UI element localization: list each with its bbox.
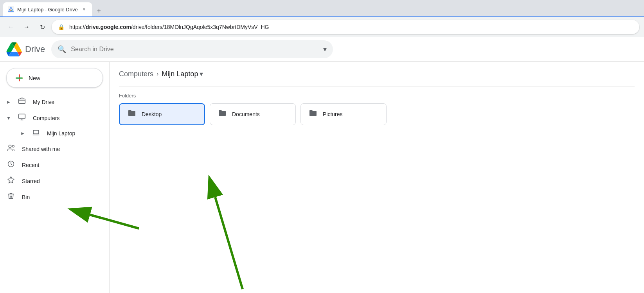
expand-arrow-my-drive[interactable]: ► [6,99,11,105]
folder-card-pictures[interactable]: Pictures [300,103,387,125]
address-bar[interactable]: 🔒 https://drive.google.com/drive/folders… [52,20,639,34]
browser-chrome: Mijn Laptop - Google Drive × + ← → ↻ 🔒 h… [0,0,644,37]
drive-logo: Drive [6,41,45,57]
my-drive-icon [17,97,27,107]
search-bar[interactable]: 🔍 ▾ [51,40,333,58]
new-button-label: New [29,75,40,81]
plus-icon [14,73,24,83]
shared-icon [6,144,16,154]
new-tab-button[interactable]: + [94,5,104,16]
svg-line-18 [110,215,139,228]
computers-icon [17,113,27,123]
app-body: New ► My Drive [0,62,644,293]
sidebar-item-starred[interactable]: Starred [0,173,103,189]
url-prefix: https:// [69,24,86,30]
folder-icon-pictures [309,108,318,120]
starred-icon [6,176,16,186]
reload-button[interactable]: ↻ [36,21,49,33]
sidebar-item-shared[interactable]: Shared with me [0,141,103,157]
section-label: Folders [119,93,635,99]
tab-favicon [8,6,14,13]
sidebar-item-recent[interactable]: Recent [0,157,103,173]
computers-group: ▼ Computers ► [0,110,109,141]
shared-label: Shared with me [22,146,60,152]
tab-title: Mijn Laptop - Google Drive [17,7,78,13]
breadcrumb: Computers › Mijn Laptop ▾ [119,70,635,78]
folder-card-documents[interactable]: Documents [210,103,296,125]
search-icon: 🔍 [58,45,66,54]
sidebar-item-computers[interactable]: ▼ Computers [0,110,103,126]
folder-name-pictures: Pictures [323,111,343,117]
app-container: Drive 🔍 ▾ New ► [0,37,644,293]
folder-card-desktop[interactable]: Desktop [119,103,205,125]
breadcrumb-current: Mijn Laptop ▾ [162,70,203,78]
svg-marker-13 [8,177,14,183]
folder-icon-desktop [128,108,137,120]
url-path: /drive/folders/18MOlnJQgAqole5x3q7NwbrtD… [131,24,269,30]
url-domain: drive.google.com [86,24,131,30]
app-header: Drive 🔍 ▾ [0,37,644,62]
forward-button[interactable]: → [20,21,33,33]
laptop-icon [31,129,41,138]
drive-logo-text: Drive [25,44,45,54]
mijn-laptop-label: Mijn Laptop [47,130,75,137]
folder-icon-documents [218,108,227,120]
sidebar-item-mijn-laptop[interactable]: ► Mijn Laptop [0,126,103,141]
search-input[interactable] [71,46,318,53]
breadcrumb-parent[interactable]: Computers [119,70,153,78]
back-button[interactable]: ← [5,21,17,33]
expand-arrow-mijn-laptop[interactable]: ► [20,131,25,136]
new-button[interactable]: New [6,68,103,88]
main-content: Computers › Mijn Laptop ▾ Folders [110,62,644,293]
svg-point-10 [9,145,11,148]
lock-icon: 🔒 [58,24,65,30]
bin-label: Bin [22,194,30,200]
browser-window: Mijn Laptop - Google Drive × + ← → ↻ 🔒 h… [0,0,644,293]
breadcrumb-separator: › [157,70,158,77]
starred-label: Starred [22,178,40,184]
folder-name-documents: Documents [232,111,260,117]
computers-label: Computers [33,115,59,121]
svg-rect-9 [33,130,39,134]
top-bar: ← → ↻ 🔒 https://drive.google.com/drive/f… [0,16,644,37]
recent-label: Recent [22,162,39,168]
expand-arrow-computers[interactable]: ▼ [6,115,11,121]
recent-icon [6,160,16,170]
folders-grid: Desktop Documents [119,103,635,125]
breadcrumb-dropdown-button[interactable]: ▾ [200,70,203,78]
folder-name-desktop: Desktop [142,111,162,117]
my-drive-label: My Drive [33,99,54,105]
drive-logo-icon [6,41,22,57]
url-text: https://drive.google.com/drive/folders/1… [69,24,269,30]
tab-close-button[interactable]: × [81,6,87,13]
bin-icon [6,192,16,202]
svg-point-11 [12,145,14,147]
svg-line-19 [215,197,243,289]
sidebar-item-my-drive[interactable]: ► My Drive [0,94,103,110]
svg-rect-4 [19,99,25,104]
active-tab[interactable]: Mijn Laptop - Google Drive × [3,2,92,16]
search-dropdown-icon[interactable]: ▾ [323,45,327,54]
breadcrumb-current-text: Mijn Laptop [162,70,198,78]
sidebar: New ► My Drive [0,62,110,293]
divider [119,86,635,86]
tab-bar: Mijn Laptop - Google Drive × + [0,0,644,16]
svg-rect-6 [19,114,25,119]
sidebar-item-bin[interactable]: Bin [0,189,103,205]
